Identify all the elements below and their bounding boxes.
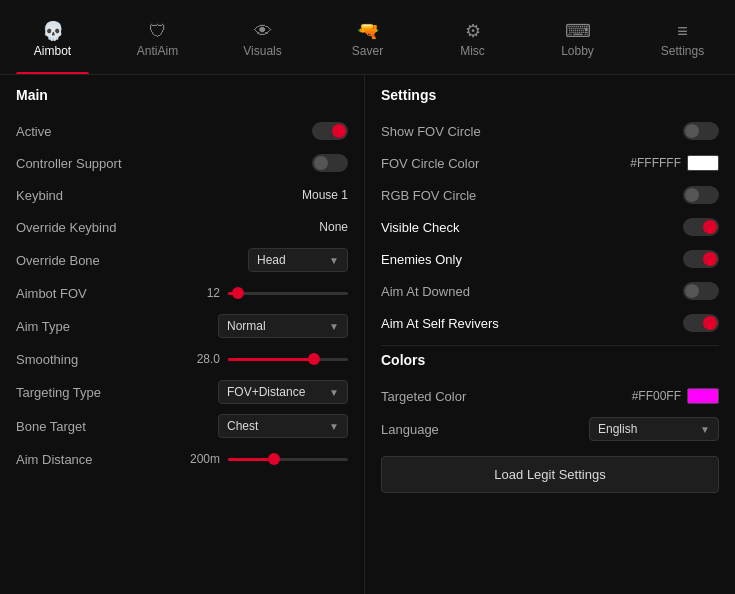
nav-bar: 💀 Aimbot 🛡 AntiAim 👁 Visuals 🔫 Saver ⚙ M… bbox=[0, 0, 735, 75]
fov-circle-color-hex: #FFFFFF bbox=[630, 156, 681, 170]
row-controller-support: Controller Support bbox=[16, 147, 348, 179]
antiaim-icon: 🛡 bbox=[149, 22, 167, 40]
row-show-fov-circle: Show FOV Circle bbox=[381, 115, 719, 147]
dropdown-override-bone-value: Head bbox=[257, 253, 286, 267]
label-fov-circle-color: FOV Circle Color bbox=[381, 156, 479, 171]
toggle-rgb-fov-circle[interactable] bbox=[683, 186, 719, 204]
targeted-color-hex: #FF00FF bbox=[632, 389, 681, 403]
targeted-color-swatch-row: #FF00FF bbox=[632, 388, 719, 404]
toggle-aim-at-downed[interactable] bbox=[683, 282, 719, 300]
targeted-color-swatch[interactable] bbox=[687, 388, 719, 404]
slider-row-aimbot-fov: 12 bbox=[190, 286, 348, 300]
row-aim-type: Aim Type Normal ▼ bbox=[16, 309, 348, 343]
nav-label-aimbot: Aimbot bbox=[34, 44, 71, 58]
nav-item-misc[interactable]: ⚙ Misc bbox=[420, 0, 525, 74]
toggle-visible-check[interactable] bbox=[683, 218, 719, 236]
dropdown-override-bone[interactable]: Head ▼ bbox=[248, 248, 348, 272]
dropdown-targeting-type-value: FOV+Distance bbox=[227, 385, 305, 399]
dropdown-aim-type[interactable]: Normal ▼ bbox=[218, 314, 348, 338]
aimbot-fov-value: 12 bbox=[190, 286, 220, 300]
load-legit-settings-button[interactable]: Load Legit Settings bbox=[381, 456, 719, 493]
dropdown-bone-target-value: Chest bbox=[227, 419, 258, 433]
dropdown-targeting-type[interactable]: FOV+Distance ▼ bbox=[218, 380, 348, 404]
nav-item-antiAim[interactable]: 🛡 AntiAim bbox=[105, 0, 210, 74]
row-override-keybind: Override Keybind None bbox=[16, 211, 348, 243]
left-section-title: Main bbox=[16, 87, 348, 103]
label-aim-type: Aim Type bbox=[16, 319, 70, 334]
toggle-controller-support[interactable] bbox=[312, 154, 348, 172]
row-bone-target: Bone Target Chest ▼ bbox=[16, 409, 348, 443]
label-targeted-color: Targeted Color bbox=[381, 389, 466, 404]
fov-circle-color-swatch[interactable] bbox=[687, 155, 719, 171]
dropdown-aim-type-value: Normal bbox=[227, 319, 266, 333]
toggle-show-fov-circle[interactable] bbox=[683, 122, 719, 140]
nav-item-visuals[interactable]: 👁 Visuals bbox=[210, 0, 315, 74]
row-aim-distance: Aim Distance 200m bbox=[16, 443, 348, 475]
chevron-down-icon: ▼ bbox=[700, 424, 710, 435]
row-override-bone: Override Bone Head ▼ bbox=[16, 243, 348, 277]
aimbot-icon: 💀 bbox=[42, 22, 64, 40]
chevron-down-icon: ▼ bbox=[329, 255, 339, 266]
aim-distance-track[interactable] bbox=[228, 458, 348, 461]
row-smoothing: Smoothing 28.0 bbox=[16, 343, 348, 375]
label-smoothing: Smoothing bbox=[16, 352, 78, 367]
divider bbox=[381, 345, 719, 346]
row-keybind: Keybind Mouse 1 bbox=[16, 179, 348, 211]
label-aimbot-fov: Aimbot FOV bbox=[16, 286, 87, 301]
label-show-fov-circle: Show FOV Circle bbox=[381, 124, 481, 139]
chevron-down-icon: ▼ bbox=[329, 387, 339, 398]
label-active: Active bbox=[16, 124, 51, 139]
toggle-aim-at-self-revivers[interactable] bbox=[683, 314, 719, 332]
label-aim-at-downed: Aim At Downed bbox=[381, 284, 470, 299]
nav-label-visuals: Visuals bbox=[243, 44, 281, 58]
label-override-keybind: Override Keybind bbox=[16, 220, 116, 235]
nav-label-antiAim: AntiAim bbox=[137, 44, 178, 58]
visuals-icon: 👁 bbox=[254, 22, 272, 40]
override-keybind-value[interactable]: None bbox=[319, 220, 348, 234]
dropdown-bone-target[interactable]: Chest ▼ bbox=[218, 414, 348, 438]
chevron-down-icon: ▼ bbox=[329, 321, 339, 332]
label-bone-target: Bone Target bbox=[16, 419, 86, 434]
aim-distance-value: 200m bbox=[190, 452, 220, 466]
toggle-enemies-only[interactable] bbox=[683, 250, 719, 268]
slider-row-aim-distance: 200m bbox=[190, 452, 348, 466]
nav-item-saver[interactable]: 🔫 Saver bbox=[315, 0, 420, 74]
toggle-active[interactable] bbox=[312, 122, 348, 140]
label-controller-support: Controller Support bbox=[16, 156, 122, 171]
nav-item-lobby[interactable]: ⌨ Lobby bbox=[525, 0, 630, 74]
row-aim-at-self-revivers: Aim At Self Revivers bbox=[381, 307, 719, 339]
nav-item-settings[interactable]: ≡ Settings bbox=[630, 0, 735, 74]
chevron-down-icon: ▼ bbox=[329, 421, 339, 432]
dropdown-language-value: English bbox=[598, 422, 637, 436]
left-panel: Main Active Controller Support Keybind M… bbox=[0, 75, 365, 594]
label-override-bone: Override Bone bbox=[16, 253, 100, 268]
fov-circle-color-swatch-row: #FFFFFF bbox=[630, 155, 719, 171]
right-section-title: Settings bbox=[381, 87, 719, 103]
row-fov-circle-color: FOV Circle Color #FFFFFF bbox=[381, 147, 719, 179]
row-targeting-type: Targeting Type FOV+Distance ▼ bbox=[16, 375, 348, 409]
label-aim-distance: Aim Distance bbox=[16, 452, 93, 467]
misc-icon: ⚙ bbox=[465, 22, 481, 40]
row-rgb-fov-circle: RGB FOV Circle bbox=[381, 179, 719, 211]
row-active: Active bbox=[16, 115, 348, 147]
smoothing-value: 28.0 bbox=[190, 352, 220, 366]
row-aimbot-fov: Aimbot FOV 12 bbox=[16, 277, 348, 309]
settings-icon: ≡ bbox=[677, 22, 688, 40]
aimbot-fov-track[interactable] bbox=[228, 292, 348, 295]
nav-label-misc: Misc bbox=[460, 44, 485, 58]
row-aim-at-downed: Aim At Downed bbox=[381, 275, 719, 307]
row-enemies-only: Enemies Only bbox=[381, 243, 719, 275]
keybind-value[interactable]: Mouse 1 bbox=[302, 188, 348, 202]
row-language: Language English ▼ bbox=[381, 412, 719, 446]
dropdown-language[interactable]: English ▼ bbox=[589, 417, 719, 441]
saver-icon: 🔫 bbox=[357, 22, 379, 40]
nav-label-settings: Settings bbox=[661, 44, 704, 58]
nav-item-aimbot[interactable]: 💀 Aimbot bbox=[0, 0, 105, 74]
label-rgb-fov-circle: RGB FOV Circle bbox=[381, 188, 476, 203]
lobby-icon: ⌨ bbox=[565, 22, 591, 40]
smoothing-track[interactable] bbox=[228, 358, 348, 361]
content: Main Active Controller Support Keybind M… bbox=[0, 75, 735, 594]
nav-label-saver: Saver bbox=[352, 44, 383, 58]
label-targeting-type: Targeting Type bbox=[16, 385, 101, 400]
label-keybind: Keybind bbox=[16, 188, 63, 203]
